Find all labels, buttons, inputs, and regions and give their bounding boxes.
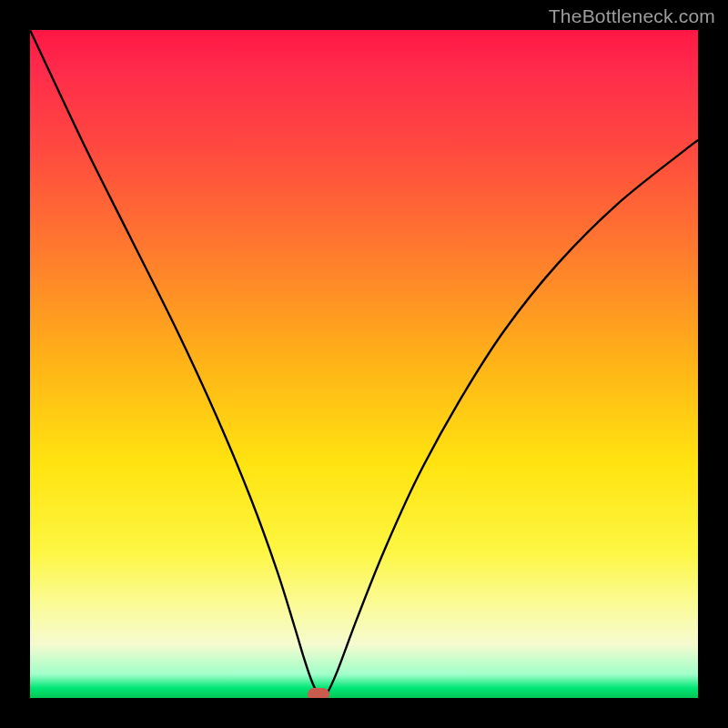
curve-line (30, 30, 698, 698)
watermark-text: TheBottleneck.com (549, 5, 715, 27)
chart-frame: TheBottleneck.com (0, 0, 728, 728)
curve-marker (308, 688, 329, 698)
plot-area (30, 30, 698, 698)
